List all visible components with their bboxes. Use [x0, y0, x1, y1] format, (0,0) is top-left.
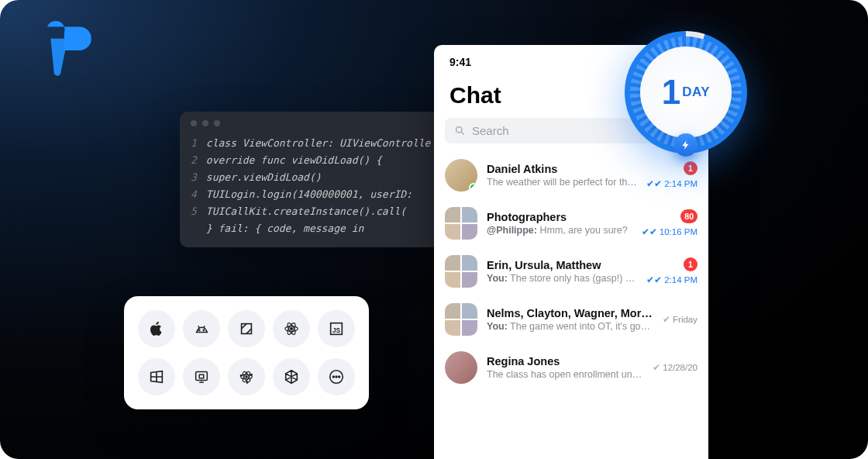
- unread-badge: 1: [684, 161, 698, 175]
- window-dot: [191, 120, 197, 126]
- chat-name: Regina Jones: [487, 355, 643, 368]
- svg-point-22: [339, 376, 340, 378]
- avatar: [445, 351, 477, 384]
- svg-point-5: [291, 328, 293, 330]
- unread-badge: 80: [680, 209, 698, 223]
- time-text: 12/28/20: [663, 363, 698, 372]
- sent-icon: ✔: [663, 314, 670, 325]
- chat-time: ✔✔ 10:16 PM: [642, 226, 698, 237]
- chat-meta: 1 ✔✔ 2:14 PM: [646, 161, 698, 189]
- avatar: [445, 159, 477, 192]
- chat-list: Daniel Atkins The weather will be perfec…: [434, 151, 708, 392]
- chat-preview: You: The game went into OT, it's gonn…: [487, 321, 653, 332]
- chat-preview: The weather will be perfect for the st…: [487, 177, 637, 188]
- chat-time: ✔ Friday: [663, 314, 698, 325]
- promo-canvas: 12345 class ViewController: UIViewContro…: [0, 0, 868, 459]
- svg-point-20: [332, 376, 334, 378]
- chat-time: ✔✔ 2:14 PM: [646, 274, 698, 285]
- react-icon[interactable]: [273, 310, 310, 347]
- svg-point-17: [251, 374, 253, 375]
- svg-line-24: [461, 132, 463, 134]
- badge-number: 1: [662, 73, 680, 112]
- svg-point-21: [336, 376, 337, 378]
- js-icon[interactable]: JS: [318, 310, 355, 347]
- chat-meta: 80 ✔✔ 10:16 PM: [642, 209, 698, 237]
- code-line: TUICallKit.createInstance().call(: [206, 205, 406, 217]
- sent-icon: ✔: [653, 362, 660, 373]
- chat-row[interactable]: Daniel Atkins The weather will be perfec…: [434, 151, 708, 199]
- code-lines: class ViewController: UIViewController {…: [206, 135, 432, 238]
- chat-meta: 1 ✔✔ 2:14 PM: [646, 257, 698, 285]
- more-icon[interactable]: [318, 358, 355, 395]
- android-icon[interactable]: [183, 310, 220, 347]
- avatar: [445, 255, 477, 288]
- svg-point-23: [456, 127, 463, 133]
- svg-point-0: [199, 330, 200, 330]
- chat-preview: You: The store only has (gasp!) 2% m…: [487, 273, 637, 284]
- unity-icon[interactable]: [273, 358, 310, 395]
- chat-row[interactable]: Nelms, Clayton, Wagner, Morgan You: The …: [434, 295, 708, 343]
- electron-icon[interactable]: [228, 358, 265, 395]
- platforms-panel: JS: [124, 296, 369, 409]
- badge-label: DAY: [682, 85, 710, 100]
- windows-icon[interactable]: [138, 358, 175, 395]
- read-icon: ✔✔: [646, 178, 662, 189]
- chat-time: ✔ 12/28/20: [653, 362, 698, 373]
- code-editor-panel: 12345 class ViewController: UIViewContro…: [180, 112, 443, 247]
- chat-mid: Erin, Ursula, Matthew You: The store onl…: [487, 259, 637, 284]
- code-gutter: 12345: [191, 135, 206, 238]
- code-line: class ViewController: UIViewController {: [206, 137, 432, 149]
- code-line: override func viewDidLoad() {: [206, 154, 382, 166]
- apple-icon[interactable]: [138, 310, 175, 347]
- avatar: [445, 303, 477, 336]
- svg-point-1: [203, 330, 204, 330]
- window-dot: [202, 120, 208, 126]
- chat-name: Nelms, Clayton, Wagner, Morgan: [487, 307, 653, 319]
- chat-row[interactable]: Photographers @Philippe: Hmm, are you su…: [434, 199, 708, 247]
- chat-mid: Photographers @Philippe: Hmm, are you su…: [487, 211, 632, 236]
- code-line: TUILogin.login(1400000001, userID:: [206, 188, 412, 200]
- presence-dot: [469, 183, 477, 192]
- chat-mid: Daniel Atkins The weather will be perfec…: [487, 163, 637, 188]
- time-text: 2:14 PM: [664, 179, 698, 188]
- code-line: } fail: { code, message in: [206, 223, 364, 234]
- chat-meta: ✔ Friday: [663, 314, 698, 325]
- chat-meta: ✔ 12/28/20: [653, 362, 698, 373]
- svg-text:JS: JS: [332, 327, 341, 334]
- svg-line-2: [198, 326, 199, 328]
- chat-mid: Nelms, Clayton, Wagner, Morgan You: The …: [487, 307, 653, 332]
- chat-name: Photographers: [487, 211, 632, 223]
- avatar: [445, 207, 477, 240]
- time-text: 10:16 PM: [660, 227, 698, 236]
- code-body: 12345 class ViewController: UIViewContro…: [180, 135, 443, 238]
- flutter-icon[interactable]: [228, 310, 265, 347]
- read-icon: ✔✔: [646, 274, 662, 285]
- chat-time: ✔✔ 2:14 PM: [646, 178, 698, 189]
- window-dot: [214, 120, 220, 126]
- time-text: Friday: [673, 315, 698, 324]
- lightning-icon: [674, 133, 698, 157]
- search-icon: [454, 125, 466, 136]
- time-text: 2:14 PM: [664, 275, 698, 285]
- chat-row[interactable]: Regina Jones The class has open enrollme…: [434, 343, 708, 392]
- chat-preview: The class has open enrollment until th…: [487, 369, 643, 380]
- chat-name: Daniel Atkins: [487, 163, 637, 175]
- read-icon: ✔✔: [642, 226, 657, 237]
- svg-rect-4: [242, 324, 252, 334]
- macos-icon[interactable]: [183, 358, 220, 395]
- chat-row[interactable]: Erin, Ursula, Matthew You: The store onl…: [434, 247, 708, 295]
- chat-mid: Regina Jones The class has open enrollme…: [487, 355, 643, 380]
- svg-point-18: [246, 381, 248, 383]
- code-line: super.viewDidLoad(): [206, 171, 322, 183]
- one-day-badge: 1 DAY: [625, 31, 747, 154]
- badge-core: 1 DAY: [640, 47, 732, 138]
- unread-badge: 1: [684, 257, 698, 271]
- chat-preview: @Philippe: Hmm, are you sure?: [487, 225, 632, 236]
- svg-point-16: [240, 374, 242, 376]
- chat-name: Erin, Ursula, Matthew: [487, 259, 637, 271]
- search-placeholder: Search: [472, 124, 509, 137]
- svg-point-12: [246, 376, 247, 378]
- logo: [39, 23, 93, 78]
- status-time: 9:41: [450, 56, 471, 68]
- svg-rect-11: [196, 372, 208, 381]
